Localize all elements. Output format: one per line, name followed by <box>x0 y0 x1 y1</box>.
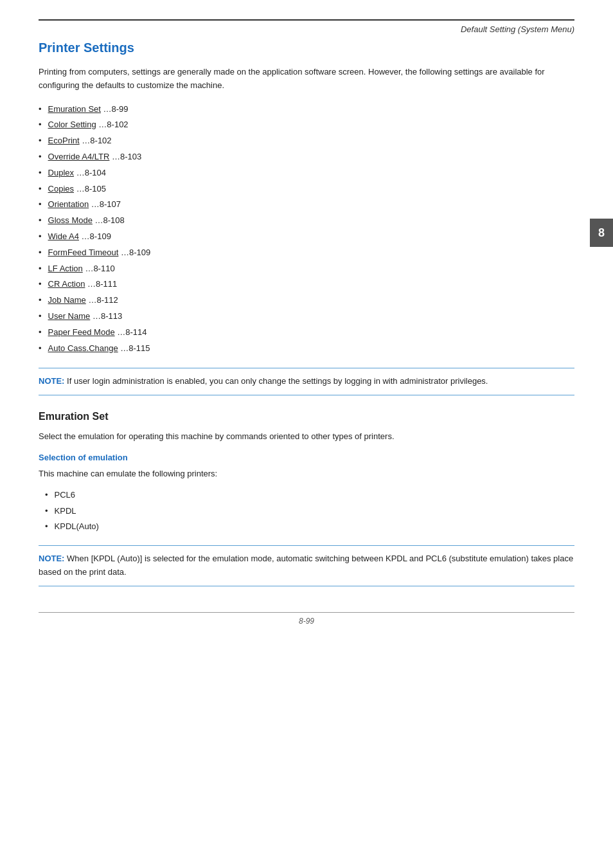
toc-item-page: 8-99 <box>112 104 129 114</box>
toc-item-label: Paper Feed Mode <box>48 327 115 337</box>
toc-item-separator: …8-108 <box>93 214 125 228</box>
emulation-set-title: Emuration Set <box>39 411 574 422</box>
toc-item-label: Wide A4 <box>48 231 79 241</box>
toc-item-label: EcoPrint <box>48 136 80 145</box>
toc-link[interactable]: Color Setting <box>48 118 96 132</box>
toc-link[interactable]: Paper Feed Mode <box>48 326 115 339</box>
toc-item: Gloss Mode …8-108 <box>39 214 574 228</box>
toc-item-separator: …8-111 <box>85 278 117 291</box>
header-title: Default Setting (System Menu) <box>39 24 574 34</box>
emulation-sub-description: This machine can emulate the following p… <box>39 467 574 481</box>
toc-link[interactable]: Auto Cass.Change <box>48 342 118 356</box>
toc-link[interactable]: Gloss Mode <box>48 214 93 228</box>
emulator-item: PCL6 <box>45 489 574 502</box>
toc-link[interactable]: Override A4/LTR <box>48 150 110 164</box>
toc-item-label: CR Action <box>48 279 85 289</box>
toc-item-label: Auto Cass.Change <box>48 343 118 353</box>
toc-item-label: Job Name <box>48 295 86 305</box>
toc-item-label: Gloss Mode <box>48 215 93 225</box>
toc-link[interactable]: LF Action <box>48 262 83 276</box>
chapter-tab: 8 <box>590 219 613 247</box>
page-number: 8-99 <box>299 617 314 626</box>
toc-item-page: 8-111 <box>96 279 117 289</box>
note-box-2: NOTE: When [KPDL (Auto)] is selected for… <box>39 545 574 586</box>
toc-item-page: 8-113 <box>101 311 122 321</box>
toc-item-page: 8-110 <box>93 264 114 273</box>
toc-item-separator: …8-105 <box>74 183 106 196</box>
toc-link[interactable]: Orientation <box>48 198 89 212</box>
toc-item: CR Action …8-111 <box>39 278 574 291</box>
toc-item-separator: …8-112 <box>86 294 118 307</box>
toc-item-label: Duplex <box>48 168 74 177</box>
toc-item-page: 8-102 <box>90 136 111 145</box>
toc-item: FormFeed Timeout …8-109 <box>39 246 574 260</box>
toc-item-page: 8-107 <box>100 199 121 209</box>
toc-link[interactable]: Emuration Set <box>48 103 101 116</box>
intro-text: Printing from computers, settings are ge… <box>39 66 574 93</box>
toc-item-label: User Name <box>48 311 91 321</box>
toc-item-page: 8-105 <box>85 184 106 194</box>
toc-item-page: 8-109 <box>90 231 111 241</box>
toc-link[interactable]: Job Name <box>48 294 86 307</box>
toc-item-label: Emuration Set <box>48 104 101 114</box>
toc-link[interactable]: Copies <box>48 183 74 196</box>
printer-settings-title: Printer Settings <box>39 41 574 55</box>
footer: 8-99 <box>39 612 574 626</box>
page-container: Default Setting (System Menu) 8 Printer … <box>0 0 613 664</box>
toc-item-separator: …8-104 <box>74 167 106 180</box>
toc-link[interactable]: Wide A4 <box>48 230 79 244</box>
toc-item-label: LF Action <box>48 264 83 273</box>
note-2-body: When [KPDL (Auto)] is selected for the e… <box>39 554 573 577</box>
note-2-label: NOTE: <box>39 554 64 563</box>
toc-item-label: FormFeed Timeout <box>48 248 119 257</box>
toc-item-page: 8-104 <box>85 168 106 177</box>
note-1-text: NOTE: If user login administration is en… <box>39 375 574 388</box>
toc-item: Override A4/LTR …8-103 <box>39 150 574 164</box>
note-2-text: NOTE: When [KPDL (Auto)] is selected for… <box>39 552 574 579</box>
emulator-item: KPDL(Auto) <box>45 520 574 534</box>
toc-item-page: 8-103 <box>120 152 141 161</box>
toc-item-page: 8-114 <box>125 327 147 337</box>
toc-item: Auto Cass.Change …8-115 <box>39 342 574 356</box>
toc-item: LF Action …8-110 <box>39 262 574 276</box>
toc-item-separator: …8-113 <box>90 310 122 323</box>
emulation-description: Select the emulation for operating this … <box>39 430 574 444</box>
toc-item: Color Setting …8-102 <box>39 118 574 132</box>
toc-item: User Name …8-113 <box>39 310 574 323</box>
toc-item: Wide A4 …8-109 <box>39 230 574 244</box>
toc-item-page: 8-115 <box>129 343 150 353</box>
toc-item-page: 8-112 <box>96 295 118 305</box>
selection-of-emulation-heading: Selection of emulation <box>39 453 574 462</box>
toc-item-page: 8-108 <box>103 215 125 225</box>
toc-item: Orientation …8-107 <box>39 198 574 212</box>
header-divider <box>39 19 574 21</box>
toc-item-page: 8-102 <box>107 120 128 129</box>
toc-link[interactable]: EcoPrint <box>48 134 80 148</box>
note-1-label: NOTE: <box>39 376 64 386</box>
toc-link[interactable]: User Name <box>48 310 91 323</box>
toc-item-separator: …8-109 <box>118 246 150 260</box>
toc-item-separator: …8-99 <box>101 103 129 116</box>
toc-link[interactable]: FormFeed Timeout <box>48 246 119 260</box>
toc-item-separator: …8-110 <box>83 262 115 276</box>
toc-list: Emuration Set …8-99Color Setting …8-102E… <box>39 103 574 356</box>
toc-item-label: Override A4/LTR <box>48 152 110 161</box>
toc-item-separator: …8-114 <box>115 326 147 339</box>
toc-item: Paper Feed Mode …8-114 <box>39 326 574 339</box>
toc-item: Duplex …8-104 <box>39 167 574 180</box>
toc-item: Job Name …8-112 <box>39 294 574 307</box>
note-box-1: NOTE: If user login administration is en… <box>39 368 574 395</box>
emulator-item: KPDL <box>45 505 574 518</box>
toc-item: Copies …8-105 <box>39 183 574 196</box>
toc-item-separator: …8-103 <box>109 150 141 164</box>
toc-item-separator: …8-109 <box>79 230 111 244</box>
toc-item-separator: …8-102 <box>96 118 129 132</box>
toc-item-label: Orientation <box>48 199 89 209</box>
note-1-body: If user login administration is enabled,… <box>64 376 488 386</box>
toc-item-page: 8-109 <box>129 248 150 257</box>
toc-item: EcoPrint …8-102 <box>39 134 574 148</box>
toc-link[interactable]: Duplex <box>48 167 74 180</box>
toc-item-separator: …8-102 <box>80 134 112 148</box>
toc-link[interactable]: CR Action <box>48 278 85 291</box>
toc-item-label: Color Setting <box>48 120 96 129</box>
